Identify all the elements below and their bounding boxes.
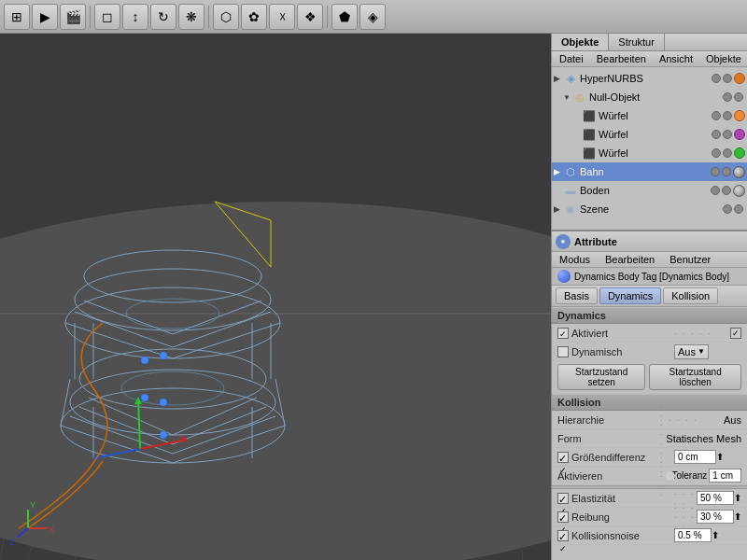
toolbar: ⊞ ▶ 🎬 ◻ ↕ ↻ ❋ ⬡ ✿ ☓ ❖ ⬟ ◈: [0, 0, 747, 34]
obj-bahn[interactable]: ▶ ⬡ Bahn: [552, 162, 747, 181]
attr-icon: ●: [556, 234, 571, 249]
obj-wuerfel3[interactable]: ⬛ Würfel: [552, 144, 747, 162]
spinner-kollnoise[interactable]: ⬆: [712, 530, 719, 540]
dot-green-w3: [734, 147, 745, 159]
tl-null1: [723, 92, 732, 102]
label-hierarchie: Hierarchie: [557, 414, 660, 426]
attributes-panel: ● Attribute Modus Bearbeiten Benutzer Dy…: [552, 230, 747, 560]
menu-datei[interactable]: Datei: [556, 52, 587, 65]
obj-hypernurbs[interactable]: ▶ ◈ HyperNURBS: [552, 69, 747, 88]
dots-hierarchie: · · · · ·: [660, 415, 724, 425]
spinner-elasti[interactable]: ⬆: [734, 493, 741, 503]
toolbar-icon-extra1[interactable]: ⬟: [331, 4, 358, 30]
tl-bahn1: [711, 167, 720, 176]
toolbar-icon-rotate[interactable]: ↻: [150, 4, 176, 30]
toolbar-icon-scale[interactable]: ❋: [178, 4, 204, 30]
viewport[interactable]: ↑ ↓ ↺ ↻: [0, 34, 551, 560]
tl-sz2: [734, 204, 743, 214]
label-wuerfel2: Würfel: [599, 129, 712, 140]
row-groessendifferenz: ✓ Größendifferenz ⬆: [552, 448, 747, 467]
toolbar-icon-deform[interactable]: ☓: [269, 4, 295, 30]
cb-dynamisch[interactable]: [557, 346, 569, 357]
row-hierarchie: Hierarchie · · · · · Aus: [552, 411, 747, 429]
submenu-benutzer[interactable]: Benutzer: [666, 253, 714, 266]
tl-w21: [712, 130, 721, 139]
label-dynamisch: Dynamisch: [571, 346, 674, 357]
input-groessendifferenz[interactable]: [674, 450, 716, 464]
label-kollisionsnoise: Kollisionsnoise: [571, 530, 674, 541]
tl-null2: [734, 92, 743, 102]
submenu-bearbeiten[interactable]: Bearbeiten: [601, 253, 658, 266]
cb-reibung[interactable]: ✓: [557, 511, 569, 523]
label-aktiviert: Aktiviert: [571, 328, 674, 339]
toolbar-icon-layout[interactable]: ⊞: [4, 4, 30, 30]
tab-struktur[interactable]: Struktur: [609, 34, 665, 50]
tab-dynamics[interactable]: Dynamics: [599, 287, 661, 304]
dropdown-arrow-dynamisch: ▼: [698, 347, 705, 356]
btn-startzustand-loeschen[interactable]: Startzustand löschen: [649, 364, 741, 390]
dropdown-dynamisch[interactable]: Aus ▼: [674, 344, 709, 359]
icon-hypernurbs: ◈: [563, 72, 578, 85]
menu-ansicht[interactable]: Ansicht: [655, 52, 697, 65]
menu-objekte[interactable]: Objekte: [702, 52, 745, 65]
tab-basis[interactable]: Basis: [556, 287, 598, 304]
tab-kollision[interactable]: Kollision: [663, 287, 718, 304]
toolbar-icon-extra2[interactable]: ◈: [359, 4, 386, 30]
btn-startzustand-setzen[interactable]: Startzustand setzen: [557, 364, 645, 390]
right-panel: Objekte Struktur Datei Bearbeiten Ansich…: [551, 34, 747, 560]
row-dynamisch: Dynamisch Aus ▼: [552, 343, 747, 361]
spinner-groesse[interactable]: ⬆: [716, 452, 724, 462]
object-tree: ▶ ◈ HyperNURBS ▼ ◎ Null-Objekt: [552, 67, 747, 220]
toolbar-icon-play[interactable]: ▶: [32, 4, 58, 30]
traffic-lights-boden: [711, 186, 731, 195]
tl-bod1: [711, 186, 720, 195]
check-mark-aktiviert: ✓: [730, 328, 741, 339]
submenu-modus[interactable]: Modus: [556, 253, 594, 266]
label-aktivieren: Aktivieren: [557, 470, 660, 482]
icon-szene: ◉: [563, 203, 578, 216]
toolbar-icon-render[interactable]: 🎬: [60, 4, 86, 30]
tl-w32: [723, 148, 732, 158]
arrow-hypernurbs: ▶: [554, 74, 563, 83]
cb-elasti[interactable]: ✓: [557, 493, 569, 504]
toolbar-icon-nurbs[interactable]: ✿: [241, 4, 267, 30]
objects-menubar: Datei Bearbeiten Ansicht Objekte Tags Le…: [552, 51, 747, 67]
tl-bod2: [722, 186, 731, 195]
toolbar-icon-poly[interactable]: ⬡: [213, 4, 239, 30]
label-elastizitaet: Elastizität: [571, 493, 674, 504]
obj-boden[interactable]: ▬ Boden: [552, 181, 747, 200]
cb-aktiviert[interactable]: [557, 328, 569, 339]
obj-szene[interactable]: ▶ ◉ Szene: [552, 200, 747, 218]
obj-nullobj[interactable]: ▼ ◎ Null-Objekt: [552, 88, 747, 106]
tl-w11: [712, 111, 721, 120]
input-toleranz[interactable]: [709, 469, 741, 483]
cb-kollnoise[interactable]: ✓: [557, 530, 569, 541]
obj-wuerfel1[interactable]: ⬛ Würfel: [552, 106, 747, 125]
traffic-lights-w2: [712, 130, 732, 139]
icon-bahn: ⬡: [563, 165, 578, 178]
icon-boden: ▬: [563, 184, 578, 197]
cb-groesse[interactable]: ✓: [557, 452, 569, 463]
dropdown-value-dynamisch: Aus: [678, 346, 696, 357]
label-groessendifferenz: Größendifferenz: [571, 452, 674, 463]
section-dynamics-header: Dynamics: [552, 307, 747, 324]
toolbar-icon-select[interactable]: ◻: [94, 4, 120, 30]
main-area: ↑ ↓ ↺ ↻: [0, 34, 747, 560]
objects-panel: Objekte Struktur Datei Bearbeiten Ansich…: [552, 34, 747, 230]
menu-bearbeiten[interactable]: Bearbeiten: [593, 52, 650, 65]
toolbar-icon-spline[interactable]: ❖: [297, 4, 323, 30]
input-elastizitaet[interactable]: [697, 491, 734, 505]
obj-wuerfel2[interactable]: ⬛ Würfel: [552, 125, 747, 144]
input-reibung[interactable]: [697, 510, 734, 524]
input-kollisionsnoise[interactable]: [674, 528, 712, 542]
tl2: [723, 74, 732, 83]
attr-tab-bar: Basis Dynamics Kollision: [552, 286, 747, 307]
traffic-lights-null: [723, 92, 743, 102]
toolbar-icon-move[interactable]: ↕: [122, 4, 148, 30]
dot-sphere-bahn: [733, 166, 745, 178]
svg-point-58: [141, 357, 148, 364]
svg-point-60: [141, 394, 148, 401]
spinner-reibung[interactable]: ⬆: [734, 511, 741, 522]
row-form: Form · · · · · · · · Statisches Mesh: [552, 429, 747, 448]
tab-objekte[interactable]: Objekte: [552, 34, 609, 50]
